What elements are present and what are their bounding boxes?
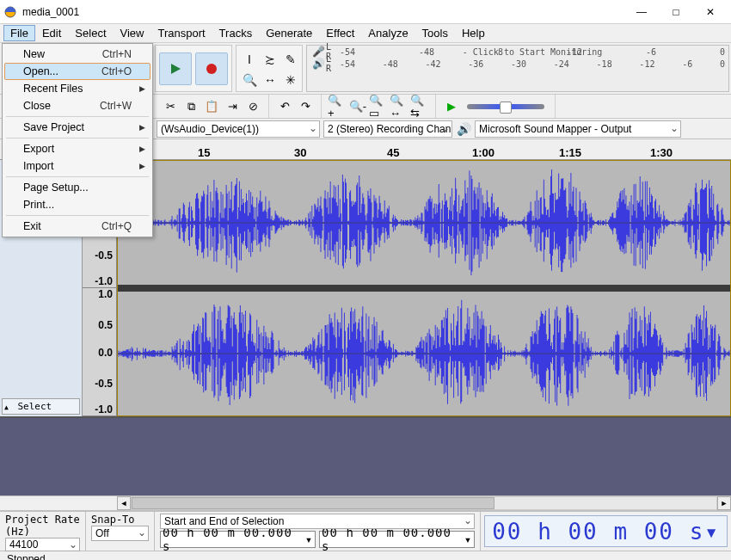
file-menu-item[interactable]: Recent Files▶ [4, 80, 150, 97]
playback-speed-slider[interactable] [467, 104, 544, 109]
meters-toolbar: 🎤 LR -54 -48 - Click to Start Monitoring… [306, 45, 729, 92]
waveform-channel-left[interactable] [118, 161, 730, 292]
loop-play-icon[interactable]: ▶ [442, 97, 461, 116]
output-device-select[interactable]: Microsoft Sound Mapper - Output [475, 120, 681, 138]
zoom-fit-icon[interactable]: 🔍↔ [390, 97, 408, 116]
window-maximize-button[interactable]: □ [659, 0, 693, 24]
selection-end-time[interactable]: 00 h 00 m 00.000 s▾ [319, 531, 475, 548]
menu-item-label: Close [23, 100, 51, 112]
ruler-tick: 45 [387, 146, 399, 159]
project-rate-select[interactable]: 44100 [5, 538, 80, 551]
file-menu-item[interactable]: Save Project▶ [4, 119, 150, 136]
selection-tool-icon[interactable]: I [239, 49, 260, 70]
file-menu-item[interactable]: Export▶ [4, 140, 150, 157]
scrollbar-track[interactable] [131, 496, 717, 510]
file-menu-item[interactable]: Import▶ [4, 157, 150, 175]
window-close-button[interactable]: ✕ [693, 0, 728, 24]
window-minimize-button[interactable]: — [624, 0, 659, 24]
meter-tick: -36 [468, 59, 483, 69]
window-title: media_0001 [22, 6, 624, 18]
file-menu-item[interactable]: Print... [4, 196, 150, 213]
menu-edit[interactable]: Edit [35, 25, 68, 41]
menu-item-label: Import [23, 160, 53, 172]
file-menu-item[interactable]: Page Setup... [4, 179, 150, 196]
audio-position-display[interactable]: 00 h 00 m 00 s▾ [484, 515, 728, 547]
zoom-sel-icon[interactable]: 🔍▭ [369, 97, 388, 116]
paste-icon[interactable]: 📋 [202, 97, 221, 116]
meter-tick: -24 [554, 59, 569, 69]
empty-track-area[interactable] [0, 418, 731, 495]
scroll-right-icon[interactable]: ► [717, 496, 731, 510]
silence-icon[interactable]: ⊘ [243, 97, 262, 116]
meter-tick: -18 [597, 59, 612, 69]
draw-tool-icon[interactable]: ✎ [280, 49, 301, 70]
menu-item-shortcut: Ctrl+W [100, 100, 132, 112]
zoom-toggle-icon[interactable]: 🔍⇆ [410, 97, 429, 116]
playback-meter[interactable]: -54 -48 -42 -36 -30 -24 -18 -12 -6 0 [336, 59, 728, 69]
track-select-button[interactable]: Select [2, 398, 80, 415]
redo-icon[interactable]: ↷ [296, 97, 315, 116]
input-device-select[interactable]: (WsAudio_Device(1)) [157, 120, 320, 138]
transport-toolbar [155, 45, 232, 92]
play-button[interactable] [159, 52, 192, 85]
selection-mode-label: Start and End of Selection [164, 515, 284, 527]
menu-file[interactable]: File [3, 25, 35, 41]
copy-icon[interactable]: ⧉ [181, 97, 200, 116]
menu-transport[interactable]: Transport [150, 25, 212, 41]
zoom-tool-icon[interactable]: 🔍 [239, 70, 260, 90]
menu-tracks[interactable]: Tracks [212, 25, 260, 41]
menu-select[interactable]: Select [68, 25, 113, 41]
selection-toolbar: Project Rate (Hz) 44100 Snap-To Off Star… [0, 511, 731, 551]
waveform-channel-right[interactable] [118, 292, 730, 415]
selection-start-time[interactable]: 00 h 00 m 00.000 s▾ [160, 531, 316, 548]
record-button[interactable] [195, 52, 228, 85]
multi-tool-icon[interactable]: ✳ [280, 70, 301, 90]
menu-item-shortcut: Ctrl+Q [101, 220, 132, 232]
menu-generate[interactable]: Generate [259, 25, 319, 41]
mic-icon: 🎤 [310, 46, 326, 58]
meter-click-hint[interactable]: - Click to Start Monitoring [336, 47, 728, 57]
timeshift-tool-icon[interactable]: ↔ [260, 70, 280, 90]
waveform-column[interactable] [117, 160, 731, 416]
project-rate-label: Project Rate (Hz) [5, 514, 80, 538]
zoom-out-icon[interactable]: 🔍- [348, 97, 367, 116]
ruler-tick: 1:00 [472, 146, 494, 159]
selection-mode-select[interactable]: Start and End of Selection [160, 514, 475, 529]
recording-meter[interactable]: -54 -48 - Click to Start Monitoring 8 -1… [336, 47, 728, 57]
track-select-label: Select [17, 401, 52, 412]
snap-to-value: Off [95, 527, 109, 539]
zoom-in-icon[interactable]: 🔍+ [328, 97, 347, 116]
snap-to-select[interactable]: Off [91, 526, 149, 541]
selection-start-value: 00 h 00 m 00.000 s [163, 526, 305, 553]
menu-tools[interactable]: Tools [415, 25, 455, 41]
meter-tick: -48 [383, 59, 398, 69]
file-menu-item[interactable]: ExitCtrl+Q [4, 218, 150, 235]
menu-help[interactable]: Help [455, 25, 492, 41]
scrollbar-thumb[interactable] [132, 497, 494, 509]
input-device-label: (WsAudio_Device(1)) [161, 123, 259, 135]
meter-tick: -30 [511, 59, 526, 69]
envelope-tool-icon[interactable]: ≿ [260, 49, 280, 70]
meter-left-label: LR [326, 54, 336, 73]
file-menu-item[interactable]: NewCtrl+N [4, 46, 150, 63]
menu-effect[interactable]: Effect [319, 25, 361, 41]
project-rate-value: 44100 [9, 538, 38, 551]
horizontal-scrollbar[interactable]: ◄ ► [0, 495, 731, 511]
undo-icon[interactable]: ↶ [275, 97, 294, 116]
trim-icon[interactable]: ⇥ [223, 97, 242, 116]
amp-tick: -1.0 [95, 275, 113, 287]
chevron-right-icon: ▶ [139, 84, 145, 93]
scroll-left-icon[interactable]: ◄ [117, 496, 131, 510]
cut-icon[interactable]: ✂ [161, 97, 180, 116]
file-menu-item[interactable]: Open...Ctrl+O [4, 63, 150, 80]
output-speaker-icon: 🔊 [454, 122, 473, 136]
menu-item-shortcut: Ctrl+N [102, 48, 132, 60]
recording-channels-select[interactable]: 2 (Stereo) Recording Chann [323, 120, 452, 138]
amp-tick: -1.0 [95, 403, 113, 415]
chevron-right-icon: ▶ [139, 162, 145, 170]
menu-view[interactable]: View [114, 25, 151, 41]
menu-analyze[interactable]: Analyze [361, 25, 415, 41]
waveform-graphic [118, 292, 730, 415]
file-menu-item[interactable]: CloseCtrl+W [4, 97, 150, 114]
amp-tick: 0.5 [98, 319, 113, 331]
